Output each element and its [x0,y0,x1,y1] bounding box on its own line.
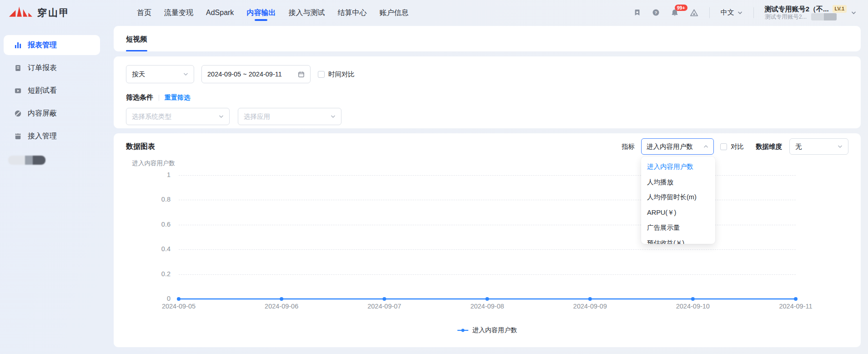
divider [159,95,159,101]
doc-icon [14,64,22,72]
nav-item-1[interactable]: 首页 [137,0,151,25]
tab-short-video[interactable]: 短视频 [126,26,147,51]
granularity-select[interactable]: 按天 [126,65,194,83]
nav-item-3[interactable]: AdSpark [206,0,234,25]
metric-option-3[interactable]: 人均停留时长(m) [641,190,715,205]
brand-name: 穿山甲 [37,6,70,19]
sidebar-item-5[interactable]: 接入管理 [4,126,100,146]
data-point[interactable] [382,297,386,301]
brand-logo[interactable]: 穿山甲 [8,5,110,20]
system-type-placeholder: 选择系统类型 [132,112,171,121]
chart-card: 数据图表 指标 进入内容用户数 进入内容用户数人均播放人均停留时长(m)ARPU… [114,133,861,347]
video-icon [14,87,22,95]
app-select-placeholder: 选择应用 [244,112,270,121]
chart-card-title: 数据图表 [126,142,155,152]
account-level-badge: LV.1 [833,5,847,12]
svg-text:?: ? [654,10,657,15]
chevron-down-icon [838,145,843,148]
data-point[interactable] [280,297,283,301]
chevron-down-icon [183,72,188,76]
tab-bar-card: 短视频 [114,26,861,51]
system-type-select[interactable]: 选择系统类型 [126,108,230,125]
pangle-logo-icon [8,5,33,20]
metric-select-value: 进入内容用户数 [647,142,693,151]
metric-label: 指标 [622,142,635,151]
nav-item-7[interactable]: 账户信息 [379,0,408,25]
data-point[interactable] [691,297,695,301]
topbar-right: ? 99+ 中文 测试专用账号2（不... LV.1 测试专用账号2... [633,5,856,21]
chevron-up-icon [703,145,708,148]
redacted-sidebar-block [8,156,45,165]
filters-card: 按天 2024-09-05 ~ 2024-09-11 时间对比 筛选条件 重置筛… [114,56,861,128]
metric-option-1[interactable]: 进入内容用户数 [641,159,715,175]
language-switcher[interactable]: 中文 [721,8,743,17]
top-navigation-bar: 穿山甲 首页流量变现AdSpark内容输出接入与测试结算中心账户信息 ? 99+… [0,0,868,25]
sidebar-item-label: 短剧试看 [28,86,57,96]
metric-option-5[interactable]: 广告展示量 [641,220,715,236]
y-tick-label: 0 [126,295,171,302]
language-label: 中文 [721,8,734,17]
metric-option-6[interactable]: 预估收益(￥) [641,236,715,244]
time-compare-checkbox[interactable] [318,71,325,78]
chevron-down-icon [219,115,224,118]
data-point[interactable] [177,297,181,301]
metric-select[interactable]: 进入内容用户数 进入内容用户数人均播放人均停留时长(m)ARPU(￥)广告展示量… [641,138,714,155]
nav-item-4[interactable]: 内容输出 [246,0,276,25]
account-info: 测试专用账号2（不... LV.1 测试专用账号2... [765,5,847,21]
y-tick-label: 0.8 [126,196,171,203]
sidebar-item-label: 报表管理 [28,40,57,50]
data-point[interactable] [486,297,489,301]
chart-icon [14,41,22,49]
app-select[interactable]: 选择应用 [238,108,341,125]
sidebar-item-label: 接入管理 [28,131,57,141]
nav-item-2[interactable]: 流量变现 [164,0,193,25]
chart-legend[interactable]: 进入内容用户数 [114,326,861,334]
legend-label: 进入内容用户数 [472,326,517,334]
sidebar-item-3[interactable]: 短剧试看 [4,81,100,101]
redacted-account-id [811,13,837,20]
chevron-down-icon [331,115,336,118]
pangle-dev-icon[interactable] [690,9,698,17]
help-icon[interactable]: ? [652,9,660,16]
nav-item-6[interactable]: 结算中心 [337,0,366,25]
line-chart: 进入内容用户数 10.80.60.40.202024-09-052024-09-… [126,158,848,315]
sidebar-item-label: 订单报表 [28,63,57,73]
time-compare-checkbox-row[interactable]: 时间对比 [318,70,355,79]
metric-dropdown: 进入内容用户数人均播放人均停留时长(m)ARPU(￥)广告展示量预估收益(￥) [641,157,715,244]
main-nav: 首页流量变现AdSpark内容输出接入与测试结算中心账户信息 [137,0,408,25]
data-point[interactable] [588,297,592,301]
y-axis-label: 进入内容用户数 [126,159,175,167]
sidebar: 报表管理订单报表短剧试看内容屏蔽接入管理 [0,25,104,149]
bookmark-icon[interactable] [633,9,641,16]
compare-label: 对比 [731,142,744,151]
calendar-icon [298,71,305,78]
chart-controls: 指标 进入内容用户数 进入内容用户数人均播放人均停留时长(m)ARPU(￥)广告… [622,138,848,155]
date-range-picker[interactable]: 2024-09-05 ~ 2024-09-11 [201,65,311,83]
dimension-value: 无 [795,142,802,151]
divider [753,7,754,18]
metric-option-2[interactable]: 人均播放 [641,175,715,190]
account-menu[interactable]: 测试专用账号2（不... LV.1 测试专用账号2... [765,5,856,21]
sidebar-item-4[interactable]: 内容屏蔽 [4,103,100,123]
dimension-select[interactable]: 无 [789,138,848,155]
compare-checkbox[interactable] [720,143,727,150]
notifications-bell-icon[interactable]: 99+ [671,9,679,17]
y-tick-label: 1 [126,171,171,178]
chevron-down-icon [738,11,743,15]
nav-item-5[interactable]: 接入与测试 [288,0,325,25]
data-point[interactable] [794,297,798,301]
reset-filters-link[interactable]: 重置筛选 [165,94,190,102]
dimension-label: 数据维度 [756,142,782,151]
account-name: 测试专用账号2（不... [765,5,829,14]
granularity-value: 按天 [132,70,145,79]
sidebar-item-2[interactable]: 订单报表 [4,58,100,78]
metric-option-4[interactable]: ARPU(￥) [641,205,715,221]
date-range-value: 2024-09-05 ~ 2024-09-11 [207,71,282,78]
book-icon [14,132,22,140]
y-tick-label: 0.2 [126,270,171,278]
y-tick-label: 0.4 [126,245,171,253]
sidebar-item-label: 内容屏蔽 [28,109,57,118]
filter-section-title: 筛选条件 [126,93,153,102]
sidebar-item-1[interactable]: 报表管理 [4,35,100,55]
legend-line-marker-icon [457,328,468,333]
